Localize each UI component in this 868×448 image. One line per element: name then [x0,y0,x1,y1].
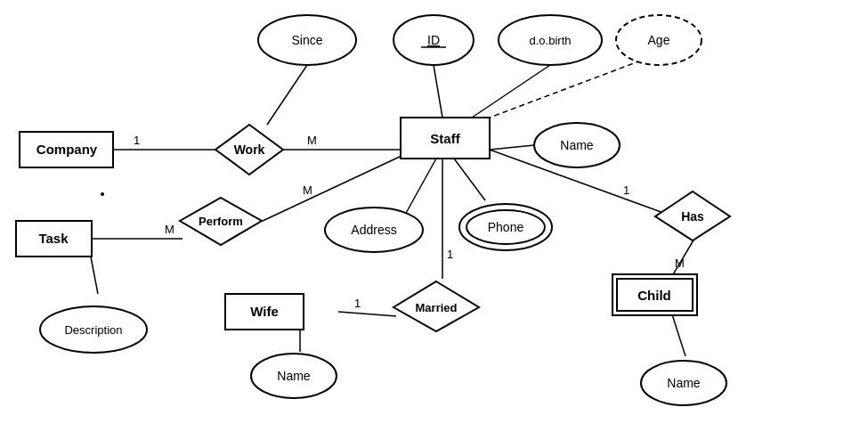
entity-wife-label: Wife [250,304,279,319]
attribute-name-staff-label: Name [560,138,594,152]
attribute-dobirth-label: d.o.birth [530,34,572,47]
cardinality-married-staff: 1 [447,248,453,261]
line-dobirth-staff [472,65,550,118]
relationship-married-label: Married [416,301,458,314]
relationship-perform-label: Perform [199,215,243,228]
attribute-phone-label: Phone [488,220,524,234]
line-id-staff [434,65,442,118]
attribute-name-wife-label: Name [277,369,311,383]
attribute-address-label: Address [351,223,396,237]
line-staff-phone [454,159,485,200]
line-child-name [672,314,685,356]
attribute-age-label: Age [648,33,670,47]
cardinality-work-company: 1 [134,134,140,147]
dot-decoration [101,192,104,196]
cardinality-work-staff: M [307,134,317,147]
line-since-work [267,65,307,125]
line-wife-married [338,312,396,316]
relationship-has-label: Has [681,209,704,224]
attribute-name-child-label: Name [667,376,701,390]
line-age-staff [490,61,641,118]
relationship-work-label: Work [234,143,265,157]
entity-child-label: Child [637,288,671,303]
entity-task-label: Task [38,231,69,246]
line-name-staff [490,145,534,150]
er-diagram: 1 M M M 1 1 1 M Company Task [0,0,868,448]
entity-company-label: Company [37,142,98,157]
entity-staff-label: Staff [430,131,460,146]
cardinality-has-child: M [675,257,685,270]
cardinality-perform-task: M [165,223,174,236]
cardinality-perform-staff: M [303,183,312,197]
attribute-since-label: Since [291,33,322,47]
attribute-id-label: ID [427,33,440,47]
cardinality-has-staff: 1 [623,183,629,197]
attribute-description-label: Description [64,323,122,337]
cardinality-married-wife: 1 [354,297,361,310]
